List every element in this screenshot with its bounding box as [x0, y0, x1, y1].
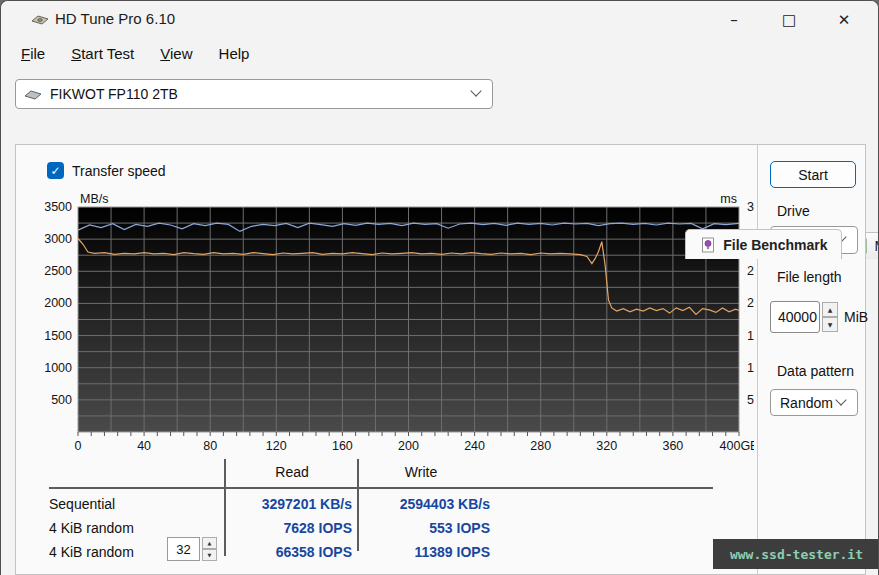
close-button[interactable]: ✕	[821, 1, 867, 39]
svg-text:MB/s: MB/s	[80, 192, 108, 206]
svg-text:80: 80	[203, 439, 217, 453]
svg-text:3000: 3000	[44, 232, 72, 246]
close-icon: ✕	[838, 11, 851, 29]
stats-col-write: Write	[361, 464, 481, 480]
data-pattern-combo[interactable]: Random	[770, 389, 858, 416]
data-pattern-value: Random	[780, 395, 833, 411]
svg-text:200: 200	[398, 439, 419, 453]
menu-start-test[interactable]: Start Test	[71, 45, 134, 62]
file-length-up-button[interactable]: ▲	[822, 302, 838, 317]
svg-text:1000: 1000	[44, 361, 72, 375]
chevron-down-icon	[835, 394, 846, 405]
tab-strip: ◁ Benchmark Info Health	[1, 115, 878, 145]
watermark: www.ssd-tester.it	[713, 539, 879, 569]
spin-down-icon: ▼	[828, 321, 833, 328]
svg-text:35: 35	[747, 200, 754, 214]
data-pattern-label: Data pattern	[777, 363, 854, 379]
transfer-speed-checkbox[interactable]: ✓	[47, 162, 64, 179]
svg-text:3500: 3500	[44, 200, 72, 214]
stats-header-rule	[49, 487, 713, 489]
title-bar: HD Tune Pro 6.10 – □ ✕	[1, 1, 878, 39]
stats-sequential-read: 3297201 KB/s	[222, 496, 352, 512]
minimize-button[interactable]: –	[711, 1, 757, 39]
toolbar: FIKWOT FP110 2TB 46°C	[1, 71, 878, 115]
stats-col-read: Read	[232, 464, 352, 480]
menu-view[interactable]: View	[160, 45, 192, 62]
spin-up-icon: ▲	[208, 540, 212, 546]
app-window: HD Tune Pro 6.10 – □ ✕ File Start Test V…	[0, 0, 879, 575]
queue-depth-down-button[interactable]: ▼	[202, 549, 217, 561]
file-benchmark-panel: ✓ Transfer speed 50010001500200025003000…	[15, 144, 866, 575]
svg-text:120: 120	[266, 439, 287, 453]
tab-file-benchmark[interactable]: File Benchmark	[685, 229, 842, 259]
file-length-value: 40000	[778, 309, 817, 325]
stats-sequential-write: 2594403 KB/s	[360, 496, 490, 512]
drive-select-value: FIKWOT FP110 2TB	[50, 86, 178, 102]
svg-text:1500: 1500	[44, 329, 72, 343]
menu-help[interactable]: Help	[219, 45, 250, 62]
file-length-down-button[interactable]: ▼	[822, 317, 838, 332]
svg-text:160: 160	[332, 439, 353, 453]
svg-text:40: 40	[137, 439, 151, 453]
queue-depth-input[interactable]: 32	[167, 537, 200, 561]
stats-random-read: 7628 IOPS	[222, 520, 352, 536]
drive-select-combo[interactable]: FIKWOT FP110 2TB	[15, 79, 493, 109]
svg-text:20: 20	[747, 296, 754, 310]
transfer-speed-label: Transfer speed	[72, 163, 166, 179]
panel-divider	[757, 145, 758, 574]
chevron-down-icon	[470, 86, 481, 97]
benchmark-chart: 5001000150020002500300035005101520253035…	[42, 190, 754, 458]
stats-row-random-label: 4 KiB random	[49, 520, 134, 536]
svg-text:280: 280	[530, 439, 551, 453]
menu-file[interactable]: File	[21, 45, 45, 62]
svg-text:400GB: 400GB	[720, 439, 754, 453]
maximize-icon: □	[782, 11, 796, 29]
file-length-input[interactable]: 40000	[770, 301, 820, 333]
svg-text:ms: ms	[720, 192, 737, 206]
svg-text:10: 10	[747, 361, 754, 375]
file-benchmark-icon	[700, 237, 716, 253]
svg-text:240: 240	[464, 439, 485, 453]
svg-text:2500: 2500	[44, 264, 72, 278]
spin-down-icon: ▼	[208, 552, 212, 558]
stats-random-qd-write: 11389 IOPS	[360, 544, 490, 560]
hdd-app-icon	[31, 11, 49, 29]
menu-bar: File Start Test View Help	[1, 39, 878, 67]
stats-random-qd-read: 66358 IOPS	[222, 544, 352, 560]
maximize-button[interactable]: □	[766, 1, 812, 39]
stats-separator-right	[357, 459, 359, 551]
spin-up-icon: ▲	[828, 306, 833, 313]
drive-label: Drive	[777, 203, 810, 219]
svg-text:15: 15	[747, 329, 754, 343]
svg-text:5: 5	[747, 393, 754, 407]
stats-row-sequential-label: Sequential	[49, 496, 115, 512]
svg-text:500: 500	[51, 393, 72, 407]
svg-text:320: 320	[596, 439, 617, 453]
svg-text:360: 360	[662, 439, 683, 453]
window-title: HD Tune Pro 6.10	[55, 10, 175, 27]
stats-row-random-qd-label: 4 KiB random	[49, 544, 134, 560]
file-length-unit: MiB	[844, 309, 868, 325]
start-button[interactable]: Start	[770, 161, 856, 188]
stats-random-write: 553 IOPS	[360, 520, 490, 536]
check-icon: ✓	[50, 164, 60, 178]
file-length-label: File length	[777, 269, 842, 285]
svg-text:25: 25	[747, 264, 754, 278]
minimize-icon: –	[730, 11, 738, 29]
queue-depth-up-button[interactable]: ▲	[202, 537, 217, 549]
hdd-icon	[24, 87, 42, 101]
svg-text:2000: 2000	[44, 296, 72, 310]
svg-text:0: 0	[75, 439, 82, 453]
